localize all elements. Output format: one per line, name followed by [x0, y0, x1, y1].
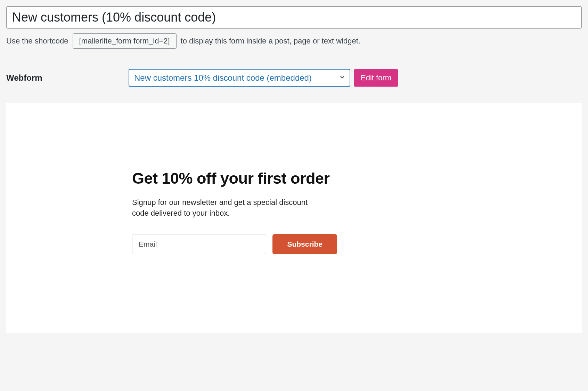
form-preview-panel: Get 10% off your first order Signup for … [6, 103, 582, 333]
webform-select-wrap: New customers 10% discount code (embedde… [129, 69, 350, 87]
email-input[interactable] [132, 234, 266, 254]
preview-form-row: Subscribe [132, 234, 337, 254]
webform-row: Webform New customers 10% discount code … [6, 69, 582, 87]
form-title-input[interactable] [6, 6, 582, 29]
shortcode-code[interactable]: [mailerlite_form form_id=2] [73, 33, 177, 49]
preview-heading: Get 10% off your first order [132, 169, 337, 187]
shortcode-prefix-text: Use the shortcode [6, 37, 68, 46]
webform-select[interactable]: New customers 10% discount code (embedde… [129, 69, 350, 87]
preview-description: Signup for our newsletter and get a spec… [132, 197, 320, 219]
subscribe-button[interactable]: Subscribe [272, 234, 337, 254]
shortcode-suffix-text: to display this form inside a post, page… [181, 37, 360, 46]
webform-label: Webform [6, 73, 129, 83]
form-preview-content: Get 10% off your first order Signup for … [132, 169, 337, 254]
edit-form-button[interactable]: Edit form [354, 69, 398, 87]
shortcode-row: Use the shortcode [mailerlite_form form_… [6, 33, 582, 49]
